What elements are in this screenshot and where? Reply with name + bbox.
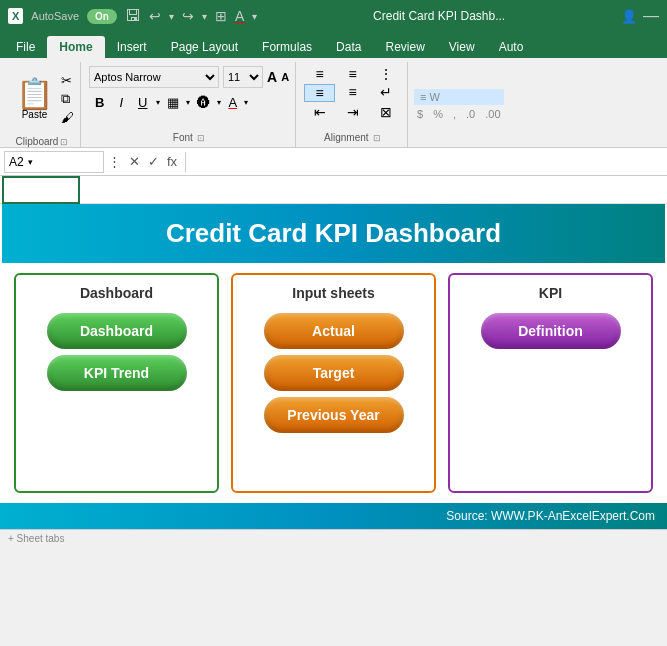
undo-icon[interactable]: ↩ [149, 8, 161, 24]
minimize-icon[interactable]: — [643, 7, 659, 25]
paste-label: Paste [22, 109, 48, 120]
merge-icon[interactable]: ⊠ [370, 104, 401, 120]
empty-row [0, 176, 667, 204]
font-color-dropdown2[interactable]: ▾ [244, 98, 248, 107]
indent-left-icon[interactable]: ⇤ [304, 104, 335, 120]
percent-button[interactable]: % [430, 107, 446, 121]
formula-divider [185, 152, 186, 172]
title-bar: X AutoSave On 🖫 ↩ ▾ ↪ ▾ ⊞ A ▾ Credit Car… [0, 0, 667, 32]
decrease-font-icon[interactable]: A [281, 71, 289, 83]
ribbon: 📋 Paste ✂ ⧉ 🖌 Clipboard ⊡ Aptos Narrow 1… [0, 58, 667, 148]
kpi-panel-title: KPI [539, 285, 562, 301]
previous-year-nav-button[interactable]: Previous Year [264, 397, 404, 433]
dashboard-nav-button[interactable]: Dashboard [47, 313, 187, 349]
clipboard-group-label-row: Clipboard ⊡ [16, 136, 69, 147]
font-name-select[interactable]: Aptos Narrow [89, 66, 219, 88]
currency-button[interactable]: $ [414, 107, 426, 121]
save-icon[interactable]: 🖫 [125, 7, 141, 25]
underline-dropdown[interactable]: ▾ [156, 98, 160, 107]
increase-decimal-button[interactable]: .00 [482, 107, 503, 121]
fill-color-button[interactable]: 🅐 [193, 93, 214, 112]
cell-ref-dropdown[interactable]: ▾ [28, 157, 33, 167]
target-nav-button[interactable]: Target [264, 355, 404, 391]
dashboard-title-bar: Credit Card KPI Dashboard [2, 204, 665, 263]
window-controls: 👤 — [621, 7, 659, 25]
kpi-trend-nav-button[interactable]: KPI Trend [47, 355, 187, 391]
clipboard-label: Clipboard [16, 136, 59, 147]
align-top-center-icon[interactable]: ≡ [337, 66, 368, 82]
formula-bar: A2 ▾ ⋮ ✕ ✓ fx [0, 148, 667, 176]
font-row1: Aptos Narrow 11 A A [89, 66, 289, 88]
underline-button[interactable]: U [132, 92, 153, 113]
wrap-text-button[interactable]: ≡ W [414, 89, 503, 105]
indent-right-icon[interactable]: ⇥ [337, 104, 368, 120]
clipboard-small-buttons: ✂ ⧉ 🖌 [59, 62, 74, 136]
font-group: Aptos Narrow 11 A A B I U ▾ ▦ ▾ 🅐 ▾ A ▾ … [83, 62, 296, 147]
italic-button[interactable]: I [113, 92, 129, 113]
extra-ribbon-area: ≡ W $ % , .0 .00 [410, 62, 663, 147]
autosave-label: AutoSave [31, 10, 79, 22]
bold-button[interactable]: B [89, 92, 110, 113]
tab-page-layout[interactable]: Page Layout [159, 36, 250, 58]
comma-button[interactable]: , [450, 107, 459, 121]
clipboard-group: 📋 Paste ✂ ⧉ 🖌 Clipboard ⊡ [4, 62, 81, 147]
confirm-entry-icon[interactable]: ✓ [148, 154, 159, 169]
format-painter-button[interactable]: 🖌 [61, 110, 74, 125]
align-right-icon[interactable]: ↵ [370, 84, 401, 102]
alignment-group: ≡ ≡ ⋮ ≡ ≡ ↵ ⇤ ⇥ ⊠ Alignment ⊡ [298, 62, 408, 147]
tab-file[interactable]: File [4, 36, 47, 58]
align-center-icon[interactable]: ≡ [337, 84, 368, 102]
tab-view[interactable]: View [437, 36, 487, 58]
window-title: Credit Card KPI Dashb... [265, 9, 613, 23]
input-sheets-panel-title: Input sheets [292, 285, 374, 301]
border-button[interactable]: ▦ [163, 93, 183, 112]
font-color-dropdown[interactable]: ▾ [252, 11, 257, 22]
align-left-icon[interactable]: ≡ [304, 84, 335, 102]
actual-nav-button[interactable]: Actual [264, 313, 404, 349]
increase-font-icon[interactable]: A [267, 69, 277, 85]
fill-dropdown[interactable]: ▾ [217, 98, 221, 107]
alignment-label-row: Alignment ⊡ [304, 127, 401, 147]
tab-home[interactable]: Home [47, 36, 104, 58]
source-line: Source: WWW.PK-AnExcelExpert.Com [0, 503, 667, 529]
cancel-entry-icon[interactable]: ✕ [129, 154, 140, 169]
redo-arrow: ▾ [202, 11, 207, 22]
alignment-label: Alignment [324, 132, 368, 143]
formula-options-icon[interactable]: ⋮ [108, 154, 121, 169]
align-top-left-icon[interactable]: ≡ [304, 66, 335, 82]
alignment-expand[interactable]: ⊡ [373, 133, 381, 143]
selected-cell-indicator[interactable] [2, 176, 80, 204]
spreadsheet-area: Credit Card KPI Dashboard Dashboard Dash… [0, 176, 667, 529]
decrease-decimal-button[interactable]: .0 [463, 107, 478, 121]
insert-function-icon[interactable]: fx [167, 154, 177, 169]
copy-button[interactable]: ⧉ [61, 91, 74, 107]
clipboard-expand[interactable]: ⊡ [60, 137, 68, 147]
font-size-select[interactable]: 11 [223, 66, 263, 88]
dashboard-content: Dashboard Dashboard KPI Trend Input shee… [0, 263, 667, 503]
wrap-text-area: ≡ W $ % , .0 .00 [414, 89, 503, 121]
font-row2: B I U ▾ ▦ ▾ 🅐 ▾ A ▾ [89, 92, 289, 113]
font-color-button[interactable]: A [224, 93, 241, 112]
tab-auto[interactable]: Auto [487, 36, 536, 58]
font-group-label: Font [173, 132, 193, 143]
tab-review[interactable]: Review [373, 36, 436, 58]
redo-icon[interactable]: ↪ [182, 8, 194, 24]
font-group-label-row: Font ⊡ [89, 127, 289, 147]
font-color-icon[interactable]: A [235, 8, 244, 24]
tab-data[interactable]: Data [324, 36, 373, 58]
cell-name-box[interactable]: A2 ▾ [4, 151, 104, 173]
tab-insert[interactable]: Insert [105, 36, 159, 58]
grid-icon[interactable]: ⊞ [215, 8, 227, 24]
sheet-tabs-area[interactable]: + Sheet tabs [0, 533, 72, 544]
definition-nav-button[interactable]: Definition [481, 313, 621, 349]
account-icon[interactable]: 👤 [621, 9, 637, 24]
align-top-right-icon[interactable]: ⋮ [370, 66, 401, 82]
border-dropdown[interactable]: ▾ [186, 98, 190, 107]
alignment-bottom-row: ⇤ ⇥ ⊠ [304, 104, 401, 120]
tab-formulas[interactable]: Formulas [250, 36, 324, 58]
autosave-toggle[interactable]: On [87, 9, 117, 24]
font-expand[interactable]: ⊡ [197, 133, 205, 143]
alignment-top-row: ≡ ≡ ⋮ ≡ ≡ ↵ [304, 66, 401, 102]
paste-button[interactable]: 📋 Paste [10, 62, 59, 136]
cut-button[interactable]: ✂ [61, 73, 74, 88]
